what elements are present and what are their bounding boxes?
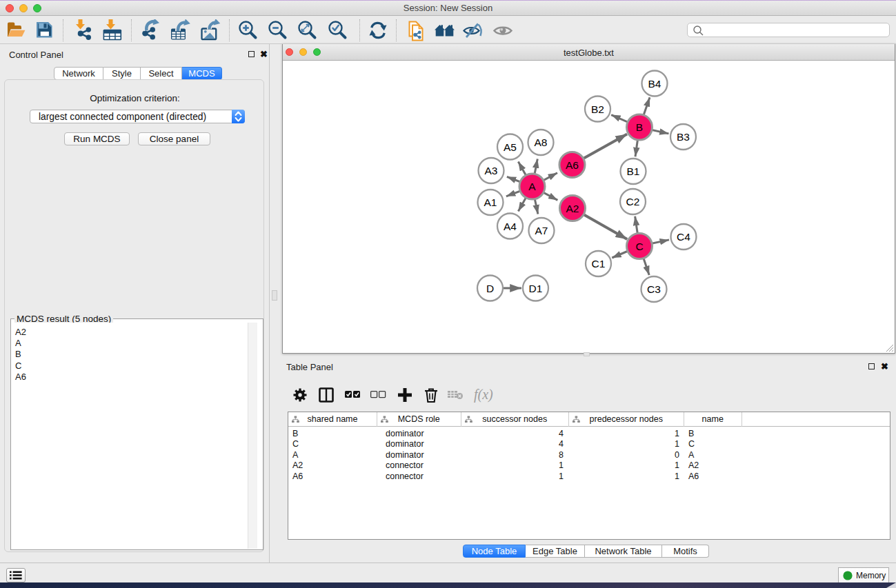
- svg-text:B2: B2: [591, 103, 604, 115]
- svg-text:A2: A2: [566, 203, 579, 214]
- svg-text:B3: B3: [677, 131, 690, 143]
- svg-text:A3: A3: [485, 165, 498, 176]
- svg-text:D1: D1: [529, 283, 543, 294]
- svg-text:A4: A4: [504, 221, 517, 232]
- svg-text:C4: C4: [677, 231, 690, 243]
- svg-text:B4: B4: [648, 78, 661, 90]
- svg-text:C3: C3: [647, 283, 661, 295]
- svg-text:B1: B1: [627, 165, 640, 177]
- svg-text:A: A: [528, 181, 536, 192]
- svg-text:A7: A7: [535, 225, 548, 236]
- svg-text:C2: C2: [626, 196, 640, 207]
- svg-text:C: C: [635, 241, 643, 252]
- svg-text:A1: A1: [484, 196, 497, 208]
- svg-text:A5: A5: [504, 141, 517, 153]
- svg-text:A8: A8: [535, 136, 548, 148]
- svg-text:B: B: [636, 121, 643, 133]
- svg-text:D: D: [486, 283, 494, 294]
- svg-text:C1: C1: [592, 258, 606, 270]
- svg-text:A6: A6: [566, 159, 579, 171]
